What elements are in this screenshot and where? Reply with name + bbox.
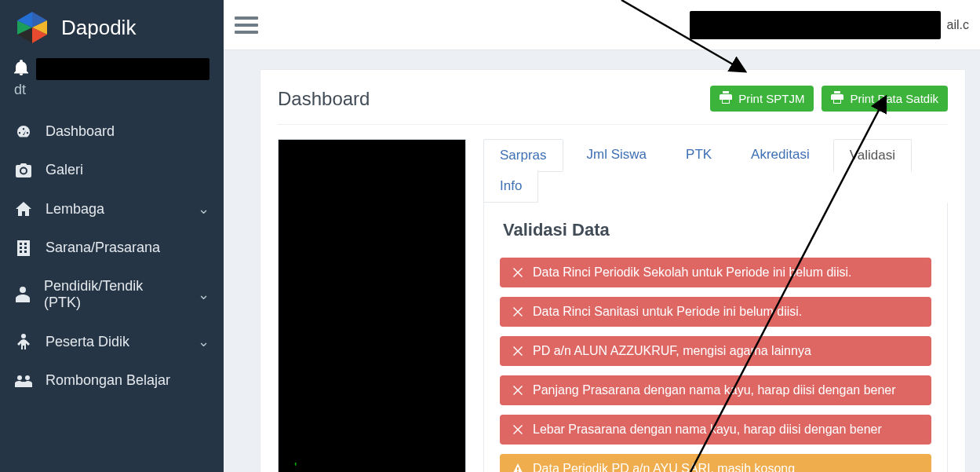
user-name-redacted — [36, 58, 209, 80]
child-icon — [14, 334, 33, 349]
tabs-row-1: Sarpras Jml Siswa PTK Akreditasi Validas… — [483, 139, 948, 172]
print-icon — [831, 91, 843, 106]
tab-jml-siswa[interactable]: Jml Siswa — [571, 139, 663, 170]
sidebar-item-label: Galeri — [46, 162, 83, 178]
sidebar: Dapodik dt Dashboard Galeri Lembaga ⌄ Sa… — [0, 0, 224, 472]
tabs-row-2: Info — [483, 171, 948, 203]
sidebar-item-sarana[interactable]: Sarana/Prasarana — [0, 229, 224, 267]
user-subtext: dt — [14, 82, 209, 98]
print-sptjm-button[interactable]: Print SPTJM — [710, 86, 814, 112]
divider — [278, 124, 948, 125]
tab-akreditasi[interactable]: Akreditasi — [735, 139, 825, 170]
group-icon — [14, 375, 33, 387]
validation-card: Validasi Data Data Rinci Periodik Sekola… — [483, 203, 948, 472]
dashboard-panel: Dashboard Print SPTJM Print Data Satdik … — [260, 69, 966, 472]
topbar: ail.c — [224, 0, 980, 50]
panel-header: Dashboard Print SPTJM Print Data Satdik — [278, 86, 948, 112]
close-icon — [511, 346, 525, 356]
topbar-mail-tail: ail.c — [947, 18, 969, 32]
validation-title: Validasi Data — [500, 220, 931, 240]
school-thumbnail-redacted: ' — [278, 139, 466, 472]
sidebar-item-label: Rombongan Belajar — [46, 372, 170, 389]
sidebar-item-label: Pendidik/Tendik (PTK) — [44, 278, 173, 311]
topbar-user-redacted — [690, 11, 941, 39]
dashboard-icon — [14, 124, 33, 140]
validation-alert: Data Rinci Sanitasi untuk Periode ini be… — [500, 297, 931, 327]
svg-point-9 — [25, 375, 30, 380]
chevron-down-icon: ⌄ — [198, 333, 209, 350]
chevron-down-icon: ⌄ — [198, 200, 209, 218]
topbar-right: ail.c — [690, 11, 969, 39]
person-icon — [14, 287, 31, 302]
sidebar-item-label: Sarana/Prasarana — [46, 240, 160, 256]
brand: Dapodik — [0, 0, 224, 53]
button-label: Print SPTJM — [738, 92, 804, 105]
sidebar-item-peserta[interactable]: Peserta Didik ⌄ — [0, 322, 224, 361]
close-icon — [511, 425, 525, 434]
validation-alert: Panjang Prasarana dengan nama kayu, hara… — [500, 375, 931, 405]
sidebar-nav: Dashboard Galeri Lembaga ⌄ Sarana/Prasar… — [0, 112, 224, 400]
sidebar-item-label: Lembaga — [46, 201, 104, 218]
svg-point-8 — [17, 375, 22, 380]
sidebar-item-ptk[interactable]: Pendidik/Tendik (PTK) ⌄ — [0, 267, 224, 322]
alert-text: Panjang Prasarana dengan nama kayu, hara… — [533, 383, 896, 397]
right-column: Sarpras Jml Siswa PTK Akreditasi Validas… — [483, 139, 948, 472]
tab-validasi[interactable]: Validasi — [833, 139, 912, 172]
alert-text: Data Rinci Periodik Sekolah untuk Period… — [533, 265, 851, 280]
sidebar-item-galeri[interactable]: Galeri — [0, 151, 224, 189]
chevron-down-icon: ⌄ — [198, 286, 209, 303]
sidebar-item-label: Dashboard — [46, 123, 115, 140]
button-label: Print Data Satdik — [850, 92, 938, 105]
close-icon — [511, 307, 525, 316]
alert-text: Data Rinci Sanitasi untuk Periode ini be… — [533, 305, 802, 319]
thumb-mark: ' — [294, 460, 297, 472]
alert-text: Data Periodik PD a/n AYU SARI, masih kos… — [533, 462, 795, 472]
sidebar-item-label: Peserta Didik — [46, 334, 129, 350]
content-row: ' Sarpras Jml Siswa PTK Akreditasi Valid… — [278, 139, 948, 472]
camera-icon — [14, 163, 33, 177]
validation-alert: Lebar Prasarana dengan nama kayu, harap … — [500, 415, 931, 445]
tab-info[interactable]: Info — [483, 170, 538, 203]
svg-point-7 — [21, 334, 26, 338]
validation-alert: Data Periodik PD a/n AYU SARI, masih kos… — [500, 454, 931, 472]
validation-alert: Data Rinci Periodik Sekolah untuk Period… — [500, 258, 931, 287]
home-icon — [14, 201, 33, 217]
page-title: Dashboard — [278, 88, 370, 110]
sidebar-item-rombel[interactable]: Rombongan Belajar — [0, 361, 224, 400]
building-icon — [14, 240, 33, 256]
user-panel: dt — [0, 53, 224, 108]
close-icon — [511, 386, 525, 395]
validation-alert: PD a/n ALUN AZZUKRUF, mengisi agama lain… — [500, 336, 931, 366]
tab-ptk[interactable]: PTK — [670, 139, 727, 170]
brand-logo-icon — [14, 9, 50, 46]
close-icon — [511, 268, 525, 277]
alert-text: PD a/n ALUN AZZUKRUF, mengisi agama lain… — [533, 344, 811, 358]
main: Dashboard Print SPTJM Print Data Satdik … — [224, 50, 980, 472]
menu-toggle-button[interactable] — [235, 16, 258, 34]
print-icon — [720, 91, 732, 106]
brand-text: Dapodik — [61, 16, 136, 40]
alert-text: Lebar Prasarana dengan nama kayu, harap … — [533, 423, 882, 437]
sidebar-item-lembaga[interactable]: Lembaga ⌄ — [0, 189, 224, 229]
bell-icon — [14, 60, 28, 79]
tab-sarpras[interactable]: Sarpras — [483, 139, 563, 172]
warning-icon — [511, 463, 525, 472]
sidebar-item-dashboard[interactable]: Dashboard — [0, 112, 224, 151]
print-satdik-button[interactable]: Print Data Satdik — [822, 86, 948, 112]
